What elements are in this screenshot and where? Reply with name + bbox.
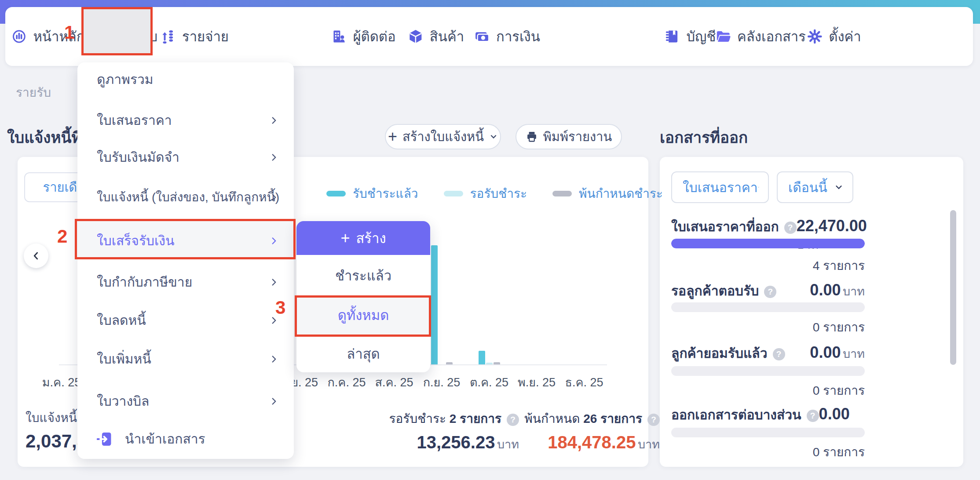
help-icon[interactable]: ?: [784, 222, 797, 234]
import-document-icon: [97, 431, 113, 447]
chevron-right-icon: [269, 192, 279, 203]
chart-legend: รับชำระแล้ว รอรับชำระ พ้นกำหนดชำระ: [326, 184, 663, 203]
nav-item-documents[interactable]: คลังเอกสาร: [715, 7, 806, 66]
nav-item-settings[interactable]: ตั้งค่า: [807, 7, 861, 66]
expense-icon: [160, 29, 176, 44]
stat-progress-partial: [671, 428, 865, 437]
submenu-create-label: สร้าง: [356, 227, 386, 249]
stat-amount: 0.00: [819, 405, 850, 423]
stat-unit: บาท: [843, 347, 865, 360]
annotation-number-2: 2: [57, 226, 67, 247]
finance-icon: [474, 29, 490, 44]
menu-item-invoice[interactable]: ใบแจ้งหนี้ (ใบส่งของ, บันทึกลูกหนี้): [97, 186, 279, 208]
legend-swatch-paid: [326, 191, 346, 196]
overdue-unit: บาท: [638, 438, 660, 451]
menu-item-label: ใบเพิ่มหนี้: [97, 352, 151, 366]
menu-item-quotation[interactable]: ใบเสนอราคา: [97, 109, 279, 131]
submenu-item-label: ล่าสุด: [347, 346, 380, 362]
nav-label: การเงิน: [496, 25, 540, 47]
menu-item-label: นำเข้าเอกสาร: [125, 428, 205, 450]
menu-item-credit-note[interactable]: ใบลดหนี้: [97, 309, 279, 331]
contacts-icon: [331, 29, 347, 44]
x-axis-label: พ.ย. 25: [510, 373, 563, 392]
nav-item-finance[interactable]: การเงิน: [474, 7, 540, 66]
annotation-box-3: [295, 295, 431, 337]
help-icon[interactable]: ?: [807, 410, 819, 422]
overdue-count: 26 รายการ: [583, 412, 642, 425]
help-icon[interactable]: ?: [773, 348, 785, 360]
overdue-label: พ้นกำหนด: [524, 412, 580, 425]
menu-item-tax-invoice[interactable]: ใบกำกับภาษีขาย: [97, 271, 279, 293]
nav-item-accounting[interactable]: บัญชี: [664, 7, 716, 66]
dashboard-icon: [11, 29, 27, 44]
pending-count: 2 รายการ: [450, 412, 501, 425]
menu-item-deposit-receipt[interactable]: ใบรับเงินมัดจำ: [97, 146, 279, 168]
chevron-left-icon: [30, 250, 42, 262]
nav-item-contacts[interactable]: ผู้ติดต่อ: [331, 7, 395, 66]
chevron-right-icon: [269, 353, 279, 365]
stat-count-issued: 4 รายการ: [671, 256, 865, 275]
stat-count-partial: 0 รายการ: [671, 442, 865, 462]
legend-label: รับชำระแล้ว: [353, 184, 418, 203]
stat-count-accepted: 0 รายการ: [671, 381, 865, 400]
x-axis-label: ก.ย. 25: [415, 373, 468, 392]
doc-type-select[interactable]: ใบเสนอราคา: [671, 171, 769, 203]
chart-prev-button[interactable]: [24, 244, 48, 268]
stat-progress-awaiting: [671, 302, 865, 312]
annotation-number-3: 3: [275, 297, 285, 318]
create-invoice-button[interactable]: + สร้างใบแจ้งหนี้: [385, 124, 501, 149]
chevron-right-icon: [269, 115, 279, 126]
nav-label: ตั้งค่า: [829, 25, 861, 47]
menu-item-overview[interactable]: ดูภาพรวม: [97, 69, 279, 91]
stat-label: รอลูกค้าตอบรับ: [671, 284, 759, 298]
submenu-item-latest[interactable]: ล่าสุด: [296, 343, 430, 365]
annotation-box-2: [75, 219, 296, 259]
submenu-item-paid[interactable]: ชำระแล้ว: [296, 265, 430, 287]
stat-row-issued: ใบเสนอราคาที่ออก? 22,470.00 บาท: [671, 216, 865, 254]
menu-item-billing-note[interactable]: ใบวางบิล: [97, 390, 279, 412]
nav-item-expense[interactable]: รายจ่าย: [160, 7, 229, 66]
chart-bar-รับชำระแล้ว: [431, 245, 438, 364]
period-select[interactable]: เดือนนี้: [777, 171, 853, 203]
chevron-down-icon: [834, 182, 844, 192]
x-axis-label: ส.ค. 25: [368, 373, 421, 392]
submenu-create-button[interactable]: + สร้าง: [296, 221, 430, 255]
page-title-right: เอกสารที่ออก: [660, 125, 748, 149]
pending-amount: 13,256.23: [417, 433, 495, 452]
settings-icon: [807, 29, 823, 44]
nav-label: บัญชี: [686, 25, 716, 47]
stat-row-accepted: ลูกค้ายอมรับแล้ว? 0.00 บาท: [671, 343, 865, 364]
stat-label: ออกเอกสารต่อบางส่วน: [671, 407, 801, 422]
legend-item-overdue: พ้นกำหนดชำระ: [552, 184, 663, 203]
help-icon[interactable]: ?: [764, 286, 776, 298]
chevron-down-icon: [758, 182, 759, 192]
menu-item-import-documents[interactable]: นำเข้าเอกสาร: [97, 428, 279, 450]
print-report-label: พิมพ์รายงาน: [543, 127, 612, 147]
menu-item-label: ใบแจ้งหนี้ (ใบส่งของ, บันทึกลูกหนี้): [97, 190, 279, 204]
menu-item-label: ใบเสนอราคา: [97, 113, 172, 127]
app-root: { "ui": { "plus": "+", "help": "?" }, "n…: [0, 0, 980, 480]
summary-overdue: พ้นกำหนด 26 รายการ? 184,478.25 บาท: [501, 409, 660, 454]
annotation-box-1: [81, 7, 153, 55]
chart-bar-รับชำระแล้ว: [479, 351, 485, 364]
plus-icon: +: [388, 129, 397, 145]
overdue-amount: 184,478.25: [548, 433, 636, 452]
stat-amount: 0.00: [810, 343, 841, 361]
legend-swatch-pending: [444, 191, 463, 196]
stat-amount: 0.00: [810, 281, 841, 299]
scrollbar-thumb[interactable]: [950, 210, 956, 365]
legend-swatch-overdue: [552, 191, 572, 196]
legend-item-pending: รอรับชำระ: [444, 184, 527, 203]
stat-progress-issued: [671, 239, 865, 248]
menu-item-label: ใบลดหนี้: [97, 313, 146, 327]
menu-item-debit-note[interactable]: ใบเพิ่มหนี้: [97, 348, 279, 370]
period-value: เดือนนี้: [788, 177, 827, 198]
create-invoice-label: สร้างใบแจ้งหนี้: [402, 127, 484, 147]
stat-label: ใบเสนอราคาที่ออก: [671, 219, 779, 234]
x-axis-label: ก.ค. 25: [320, 373, 373, 392]
nav-label: สินค้า: [430, 25, 464, 47]
nav-item-products[interactable]: สินค้า: [408, 7, 464, 66]
print-report-button[interactable]: พิมพ์รายงาน: [516, 124, 622, 149]
accounting-icon: [664, 29, 680, 44]
help-icon[interactable]: ?: [647, 414, 660, 426]
